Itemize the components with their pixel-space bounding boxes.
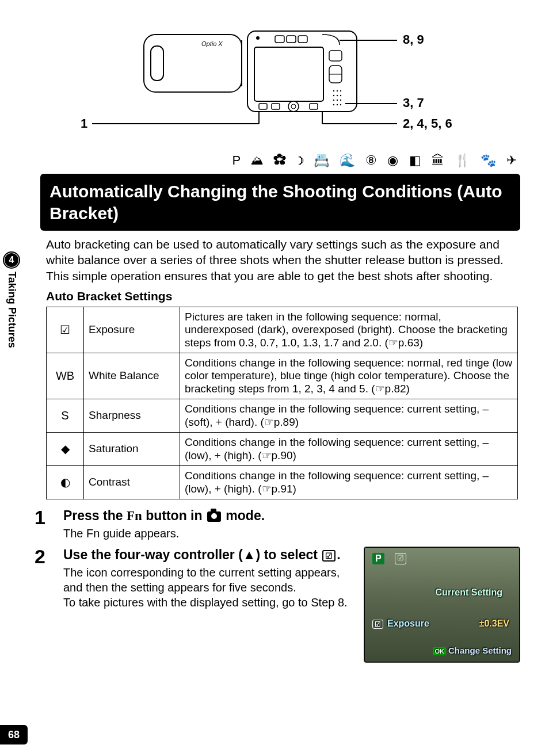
table-row: S Sharpness Conditions change in the fol…	[47, 399, 518, 432]
setting-icon: ☑	[47, 307, 84, 353]
svg-point-19	[337, 90, 338, 91]
svg-point-24	[333, 100, 334, 101]
step-number: 1	[35, 507, 53, 541]
svg-point-26	[340, 100, 341, 101]
setting-icon: S	[47, 399, 84, 432]
svg-rect-7	[287, 36, 296, 43]
svg-rect-17	[310, 104, 318, 109]
step-title: Use the four-way controller (▲) to selec…	[63, 547, 354, 564]
table-row: WB White Balance Conditions change in th…	[47, 353, 518, 399]
svg-rect-13	[259, 104, 267, 109]
svg-point-5	[256, 36, 260, 40]
step-2: 2 Use the four-way controller (▲) to sel…	[35, 547, 520, 663]
lcd-change-setting: OKChange Setting	[433, 646, 512, 655]
svg-point-22	[337, 95, 338, 96]
lcd-bracket-badge: ☑	[395, 553, 406, 564]
auto-bracket-icon: ☑	[322, 550, 336, 562]
svg-rect-1	[151, 46, 163, 81]
lcd-exposure-icon: ☑	[372, 620, 383, 629]
chapter-title-vertical: Taking Pictures	[6, 272, 18, 348]
page-number: 68	[0, 725, 28, 744]
setting-name: White Balance	[84, 353, 180, 399]
chapter-number-badge: 4	[5, 253, 18, 267]
setting-icon: WB	[47, 353, 84, 399]
setting-name: Exposure	[84, 307, 180, 353]
table-heading: Auto Bracket Settings	[46, 289, 520, 303]
table-row: ☑ Exposure Pictures are taken in the fol…	[47, 307, 518, 353]
setting-icon: ◆	[47, 432, 84, 465]
svg-point-29	[340, 104, 341, 105]
svg-point-18	[333, 90, 334, 91]
setting-name: Contrast	[84, 465, 180, 499]
svg-point-27	[333, 104, 334, 105]
setting-desc: Conditions change in the following seque…	[180, 353, 518, 399]
setting-desc: Conditions change in the following seque…	[180, 432, 518, 465]
lcd-p-badge: P	[372, 553, 384, 564]
camera-mode-icon	[207, 511, 221, 522]
setting-desc: Conditions change in the following seque…	[180, 399, 518, 432]
svg-point-25	[337, 100, 338, 101]
callout-1: 1	[81, 116, 87, 131]
table-row: ◐ Contrast Conditions change in the foll…	[47, 465, 518, 499]
setting-icon: ◐	[47, 465, 84, 499]
callout-2-4-5-6: 2, 4, 5, 6	[403, 116, 452, 131]
camera-diagram: Optio X	[52, 23, 520, 146]
svg-text:Optio X: Optio X	[201, 40, 223, 47]
chapter-side-tab: 4 Taking Pictures	[0, 253, 23, 403]
lcd-exposure-value: ±0.3EV	[479, 618, 509, 629]
lcd-current-setting-label: Current Setting	[436, 587, 502, 598]
callout-3-7: 3, 7	[403, 96, 424, 110]
step-description: The icon corresponding to the current se…	[63, 565, 354, 610]
svg-point-20	[340, 90, 341, 91]
lcd-exposure-label: Exposure	[387, 618, 429, 629]
svg-point-28	[337, 104, 338, 105]
lcd-preview: P ☑ Current Setting ☑ Exposure ±0.3EV OK…	[364, 547, 520, 663]
svg-rect-6	[275, 36, 284, 43]
mode-icons-row: P ⛰ ✿ ☽ 📇 🌊 ⑧ ◉ ◧ 🏛 🍴 🐾 ✈	[52, 153, 520, 168]
auto-bracket-settings-table: ☑ Exposure Pictures are taken in the fol…	[46, 307, 518, 499]
svg-point-21	[333, 95, 334, 96]
setting-desc: Pictures are taken in the following sequ…	[180, 307, 518, 353]
svg-rect-9	[254, 47, 323, 101]
step-title: Press the Fn button in mode.	[63, 507, 520, 525]
step-description: The Fn guide appears.	[63, 526, 520, 541]
lcd-ok-badge: OK	[433, 647, 446, 655]
section-title: Automatically Changing the Shooting Cond…	[40, 174, 520, 231]
setting-desc: Conditions change in the following seque…	[180, 465, 518, 499]
setting-name: Saturation	[84, 432, 180, 465]
step-number: 2	[35, 547, 53, 663]
setting-name: Sharpness	[84, 399, 180, 432]
svg-point-15	[288, 101, 299, 112]
intro-paragraph: Auto bracketing can be used to automatic…	[46, 236, 520, 284]
svg-rect-10	[329, 51, 342, 61]
callout-8-9: 8, 9	[403, 32, 424, 47]
table-row: ◆ Saturation Conditions change in the fo…	[47, 432, 518, 465]
step-1: 1 Press the Fn button in mode. The Fn gu…	[35, 507, 520, 541]
svg-point-23	[340, 95, 341, 96]
svg-rect-8	[298, 36, 307, 43]
svg-rect-14	[272, 104, 280, 109]
